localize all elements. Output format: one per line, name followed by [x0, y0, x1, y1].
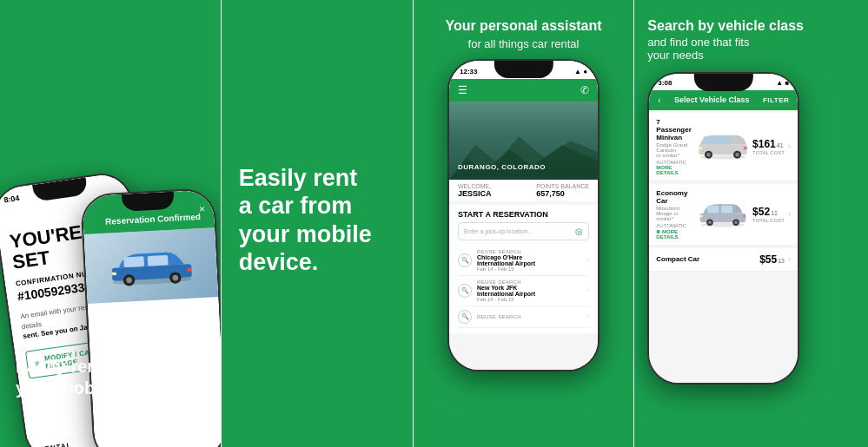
- svg-rect-3: [147, 255, 168, 266]
- minivan-icon: [697, 129, 749, 160]
- start-reservation: START A RESERVATION Enter a pick-up loca…: [449, 205, 598, 333]
- svg-rect-9: [187, 268, 191, 272]
- panel2-tagline: Easily renta car fromyour mobiledevice.: [239, 164, 395, 277]
- reuse-airport-2: New York JFKInternational Airport: [477, 285, 581, 297]
- search-icon-2: 🔍: [458, 284, 472, 298]
- arrow-icon-3: ›: [586, 312, 589, 320]
- vehicle-header: ‹ Select Vehicle Class FILTER: [649, 90, 798, 110]
- phone-assistant: 12:33 ▲ ● ☰ ✆: [447, 59, 600, 371]
- panel-tagline: Easily renta car fromyour mobiledevice.: [222, 0, 413, 447]
- economy-price: $52: [752, 206, 770, 218]
- vehicle-card-compact[interactable]: Compact Car $55 13 ›: [649, 248, 798, 272]
- economy-price-label: TOTAL COST: [752, 218, 785, 223]
- minivan-price-cents: 41: [777, 142, 784, 148]
- phone-vehicle-class: 3:08 ▲ ■ ‹ Select Vehicle Class FILTER 7…: [647, 72, 799, 385]
- economy-cents: 11: [771, 210, 778, 216]
- reuse-label-3: REUSE SEARCH: [477, 314, 581, 319]
- reuse-content-3: REUSE SEARCH: [477, 314, 581, 319]
- car-image: [83, 227, 218, 304]
- pickup-placeholder: Enter a pick-up location...: [464, 228, 575, 234]
- time-3: 12:33: [460, 68, 477, 76]
- phone-icon[interactable]: ✆: [580, 84, 589, 96]
- compact-info: Compact Car: [656, 255, 756, 263]
- welcome-info: WELCOME, JESSICA POINTS BALANCE 657,750: [449, 180, 598, 201]
- economy-image-wrap: [697, 197, 749, 231]
- signal-icon: ▲ ●: [574, 68, 587, 76]
- search-glyph-2: 🔍: [461, 287, 469, 294]
- svg-rect-13: [719, 136, 732, 144]
- panel-confirmation: 8:04 YOU'RE ALL SET CONFIRMATION NUMBER …: [0, 0, 221, 447]
- reuse-content-1: REUSE SEARCH Chicago O'HareInternational…: [477, 249, 581, 272]
- points-label: POINTS BALANCE: [536, 183, 589, 189]
- points-value: 657,750: [536, 189, 589, 198]
- pickup-input[interactable]: Enter a pick-up location... ◎: [458, 222, 589, 240]
- welcome-banner: DURANGO, COLORADO: [449, 102, 598, 180]
- search-icon-1: 🔍: [458, 253, 472, 267]
- panel1-tagline: Easily rent a car from your mobile devic…: [16, 356, 221, 399]
- minivan-price-label: TOTAL COST: [752, 150, 785, 155]
- svg-point-25: [708, 221, 712, 225]
- minivan-name: 7 Passenger Minivan: [656, 118, 693, 141]
- compact-arrow: ›: [788, 254, 791, 264]
- battery-icon: ▲ ■: [776, 79, 789, 87]
- banner-location: DURANGO, COLORADO: [458, 163, 546, 171]
- svg-rect-12: [704, 136, 717, 144]
- svg-rect-19: [744, 147, 747, 149]
- svg-rect-18: [699, 147, 702, 149]
- svg-rect-28: [700, 215, 703, 217]
- welcome-label: WELCOME,: [458, 183, 492, 189]
- economy-info: Economy Car Mitsubishi Mirage or similar…: [656, 189, 693, 240]
- notch-4: [694, 74, 753, 91]
- res-header-title: Reservation Confirmed: [105, 212, 201, 227]
- economy-price-block: $52 11 TOTAL COST: [752, 206, 785, 223]
- compact-cents: 13: [778, 258, 785, 264]
- economy-more[interactable]: ⊕ MORE DETAILS: [656, 228, 693, 240]
- economy-car-icon: [697, 197, 749, 227]
- svg-rect-29: [743, 215, 745, 217]
- vehicle-header-title: Select Vehicle Class: [661, 95, 763, 104]
- nav-bar: ☰ ✆: [449, 79, 598, 102]
- minivan-more[interactable]: MORE DETAILS: [656, 165, 693, 175]
- minivan-info: 7 Passenger Minivan Dodge Grand Caravano…: [656, 118, 693, 175]
- compact-price-block: $55 13: [759, 253, 785, 266]
- filter-button[interactable]: FILTER: [763, 96, 789, 104]
- compact-price: $55: [759, 253, 777, 266]
- economy-name: Economy Car: [656, 189, 693, 205]
- panel3-header: Your personal assistant for all things c…: [432, 17, 614, 50]
- minivan-model: Dodge Grand Caravanor similar*: [656, 142, 693, 158]
- minivan-price-block: $161 41 TOTAL COST: [752, 138, 785, 155]
- svg-rect-2: [123, 256, 144, 267]
- economy-model: Mitsubishi Mirage or similar*: [656, 206, 693, 221]
- reuse-search-3[interactable]: 🔍 REUSE SEARCH ›: [458, 306, 589, 328]
- phone-reservation-confirmed: Reservation Confirmed ×: [80, 187, 221, 447]
- reuse-search-2[interactable]: 🔍 REUSE SEARCH New York JFKInternational…: [458, 276, 589, 306]
- panel4-sub: and find one that fitsyour needs: [647, 36, 804, 62]
- minivan-arrow: ›: [788, 141, 791, 151]
- panel4-header: Search by vehicle class and find one tha…: [647, 17, 812, 62]
- svg-rect-22: [707, 206, 719, 213]
- panel-vehicle-class: Search by vehicle class and find one tha…: [634, 0, 868, 447]
- reuse-dates-2: Feb 14 - Feb 15: [477, 297, 581, 302]
- notch-3: [494, 61, 553, 78]
- panel4-title: Search by vehicle class: [647, 17, 804, 36]
- search-icon-3: 🔍: [458, 310, 472, 324]
- time-4: 3:08: [658, 79, 672, 87]
- menu-icon[interactable]: ☰: [458, 84, 467, 96]
- car-icon: [107, 242, 195, 290]
- rental-label: RENTAL: [38, 442, 72, 447]
- svg-rect-23: [721, 206, 733, 213]
- vehicle-card-minivan[interactable]: 7 Passenger Minivan Dodge Grand Caravano…: [649, 113, 798, 181]
- compact-name: Compact Car: [656, 255, 756, 263]
- economy-arrow: ›: [788, 209, 791, 219]
- reuse-content-2: REUSE SEARCH New York JFKInternational A…: [477, 279, 581, 302]
- minivan-image-wrap: [697, 129, 749, 163]
- svg-point-15: [706, 153, 711, 157]
- start-res-title: START A RESERVATION: [458, 210, 589, 219]
- arrow-icon-2: ›: [586, 286, 589, 294]
- welcome-name: JESSICA: [458, 189, 492, 198]
- vehicle-card-economy[interactable]: Economy Car Mitsubishi Mirage or similar…: [649, 184, 798, 246]
- reuse-airport-1: Chicago O'HareInternational Airport: [477, 254, 581, 266]
- reuse-search-1[interactable]: 🔍 REUSE SEARCH Chicago O'HareInternation…: [458, 246, 589, 276]
- close-icon[interactable]: ×: [199, 203, 206, 215]
- svg-point-17: [735, 153, 739, 157]
